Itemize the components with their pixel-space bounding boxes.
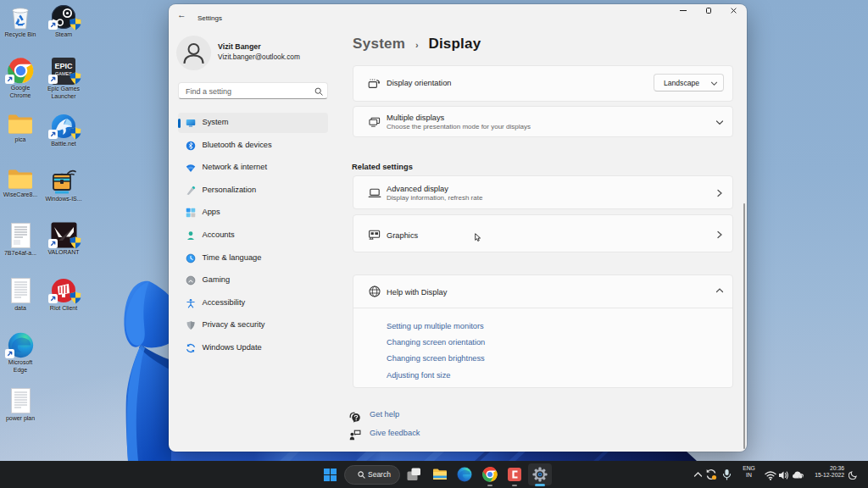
- svg-text:EPIC: EPIC: [54, 62, 73, 70]
